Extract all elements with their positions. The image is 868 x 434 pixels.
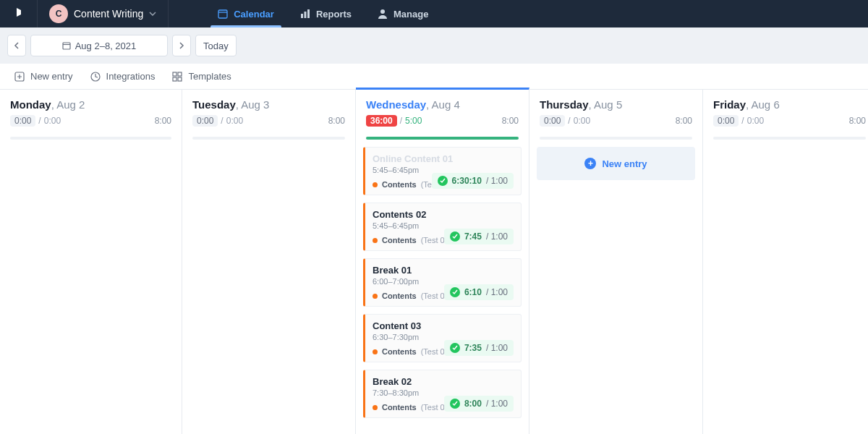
project-switcher[interactable]: C Content Writing <box>38 0 169 27</box>
entry-plan: / 1:00 <box>486 231 508 242</box>
actual-time: 0:00 <box>226 116 243 126</box>
today-button[interactable]: Today <box>195 35 237 56</box>
entry-card[interactable]: Contents 02 5:45–6:45pm Contents (Test 0… <box>363 203 522 251</box>
entry-plan: / 1:00 <box>486 343 508 353</box>
date-range-button[interactable]: Aug 2–8, 2021 <box>30 35 168 56</box>
progress-bar <box>540 137 692 140</box>
planned-time: 8:00 <box>676 116 692 126</box>
day-body: + New entry <box>529 140 702 187</box>
new-entry-card[interactable]: + New entry <box>537 147 695 180</box>
svg-rect-11 <box>178 77 182 81</box>
new-entry-card-label: New entry <box>602 158 647 169</box>
tracked-pill: 36:00 <box>366 115 397 127</box>
entry-title: Break 01 <box>373 265 514 276</box>
svg-point-4 <box>380 9 385 14</box>
entry-plan: / 1:00 <box>486 287 508 297</box>
project-color-dot <box>373 238 378 243</box>
tracked-pill: 0:00 <box>713 115 739 127</box>
entry-title: Contents 02 <box>373 209 514 220</box>
tab-manage[interactable]: Manage <box>365 0 441 27</box>
entry-plan: / 1:00 <box>486 399 508 409</box>
check-circle-icon <box>450 399 460 409</box>
entry-card[interactable]: Online Content 01 5:45–6:45pm Contents (… <box>363 147 522 195</box>
tab-reports[interactable]: Reports <box>287 0 365 27</box>
person-icon <box>378 9 388 19</box>
svg-rect-0 <box>218 10 227 18</box>
entry-project: Contents <box>382 403 417 412</box>
entry-badge: 7:45 / 1:00 <box>444 229 514 244</box>
planned-time: 8:00 <box>328 116 345 126</box>
calendar-icon <box>62 41 71 50</box>
integrations-button[interactable]: Integrations <box>90 71 156 82</box>
entry-project: Contents <box>382 236 417 244</box>
entry-card[interactable]: Break 02 7:30–8:30pm Contents (Test 01) … <box>363 370 522 418</box>
day-body <box>182 140 355 154</box>
progress-bar <box>713 137 866 140</box>
svg-rect-3 <box>307 9 310 18</box>
check-circle-icon <box>450 343 460 353</box>
project-color-dot <box>373 405 378 410</box>
entry-elapsed: 7:45 <box>464 231 482 242</box>
chevron-down-icon <box>149 12 156 16</box>
entry-project: Contents <box>382 180 417 189</box>
entry-card[interactable]: Content 03 6:30–7:30pm Contents (Test 01… <box>363 314 522 362</box>
tracked-pill: 0:00 <box>10 115 35 127</box>
day-summary: 0:00 / 0:00 8:00 <box>10 115 171 127</box>
actual-time: 5:00 <box>405 116 422 126</box>
date-bar: Aug 2–8, 2021 Today <box>0 27 868 64</box>
day-summary: 36:00 / 5:00 8:00 <box>366 115 519 127</box>
entry-card[interactable]: Break 01 6:00–7:00pm Contents (Test 01) … <box>363 258 522 307</box>
day-summary: 0:00 / 0:00 8:00 <box>192 115 345 127</box>
progress-bar <box>10 137 171 140</box>
day-column: Monday, Aug 2 0:00 / 0:00 8:00 <box>0 90 182 434</box>
entry-elapsed: 7:35 <box>464 343 482 353</box>
day-column: Thursday, Aug 5 0:00 / 0:00 8:00 + New e… <box>529 90 703 434</box>
day-header: Friday, Aug 6 0:00 / 0:00 8:00 <box>703 90 868 131</box>
project-avatar: C <box>49 4 68 23</box>
app-logo[interactable] <box>0 0 38 27</box>
new-entry-button[interactable]: New entry <box>14 71 73 82</box>
reports-icon <box>300 9 310 18</box>
templates-label: Templates <box>188 71 231 82</box>
day-header: Tuesday, Aug 3 0:00 / 0:00 8:00 <box>182 90 355 131</box>
svg-rect-1 <box>301 14 303 18</box>
entry-title: Content 03 <box>373 320 514 331</box>
arrow-right-icon <box>179 42 184 49</box>
main-tabs: Calendar Reports Manage <box>205 0 441 27</box>
day-name: Wednesday, Aug 4 <box>366 98 519 111</box>
day-header: Monday, Aug 2 0:00 / 0:00 8:00 <box>0 90 182 131</box>
svg-rect-2 <box>304 12 306 18</box>
day-header: Wednesday, Aug 4 36:00 / 5:00 8:00 <box>356 90 529 131</box>
project-color-dot <box>373 294 378 299</box>
prev-week-button[interactable] <box>7 35 26 56</box>
plus-circle-icon: + <box>584 158 596 169</box>
day-body: Online Content 01 5:45–6:45pm Contents (… <box>356 140 529 433</box>
next-week-button[interactable] <box>172 35 191 56</box>
entry-project: Contents <box>382 347 417 356</box>
day-body <box>0 140 182 154</box>
day-name: Thursday, Aug 5 <box>540 98 692 111</box>
planned-time: 8:00 <box>155 116 171 126</box>
entry-elapsed: 6:10 <box>464 287 482 297</box>
check-circle-icon <box>450 231 460 242</box>
actual-time: 0:00 <box>747 116 764 126</box>
actual-time: 0:00 <box>44 116 61 126</box>
today-label: Today <box>203 41 229 51</box>
check-circle-icon <box>450 287 460 297</box>
entry-badge: 7:35 / 1:00 <box>444 340 514 356</box>
tab-manage-label: Manage <box>393 9 428 20</box>
svg-rect-9 <box>178 72 182 76</box>
entry-badge: 8:00 / 1:00 <box>444 396 514 412</box>
planned-time: 8:00 <box>849 116 866 126</box>
arrow-left-icon <box>14 42 20 49</box>
svg-rect-8 <box>173 72 176 76</box>
svg-rect-10 <box>173 77 176 81</box>
entry-elapsed: 6:30:10 <box>452 176 482 186</box>
plus-box-icon <box>14 72 25 82</box>
entry-badge: 6:10 / 1:00 <box>444 284 514 300</box>
integrations-label: Integrations <box>106 71 156 82</box>
tracked-pill: 0:00 <box>192 115 218 127</box>
progress-bar <box>192 137 345 140</box>
templates-button[interactable]: Templates <box>172 71 231 82</box>
tab-calendar[interactable]: Calendar <box>205 0 287 27</box>
